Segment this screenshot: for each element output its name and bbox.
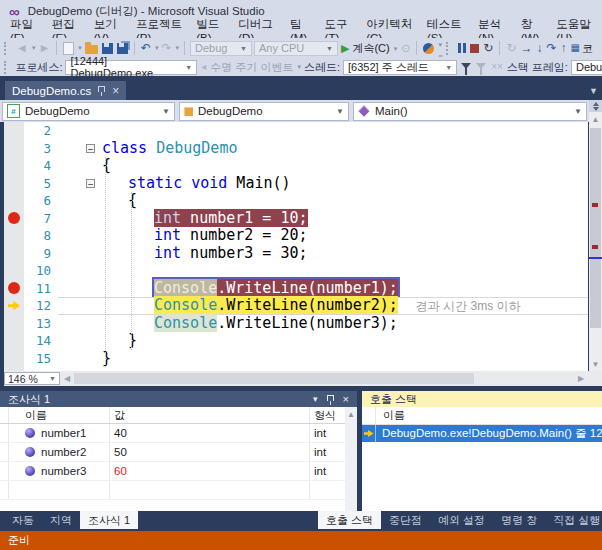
menu-item-e[interactable]: 편집(E) xyxy=(46,22,88,38)
panel-tab-명령창[interactable]: 명령 창 xyxy=(493,511,545,529)
attach-to-process-button[interactable]: ⊙ xyxy=(400,40,411,57)
menu-item-s[interactable]: 테스트(S) xyxy=(421,22,472,38)
project-dropdown[interactable]: # DebugDemo▼ xyxy=(2,102,175,121)
menu-item-w[interactable]: 창(W) xyxy=(515,22,551,38)
watch-name-cell[interactable] xyxy=(9,481,110,499)
menu-item-b[interactable]: 빌드(B) xyxy=(190,22,232,38)
watch-name-cell[interactable]: number2 xyxy=(9,443,110,461)
code-text[interactable]: Console.WriteLine(number2);경과 시간 3ms 이하 xyxy=(58,297,588,315)
toggle-flagged-button[interactable]: ×× xyxy=(490,59,504,76)
code-text[interactable]: Console.WriteLine(number3); xyxy=(58,315,588,333)
toolbar-overflow-button[interactable]: ▾‗ xyxy=(438,41,442,56)
horizontal-scrollbar-thumb[interactable] xyxy=(74,373,474,384)
stop-debugging-button[interactable] xyxy=(469,40,480,57)
watch-column-value[interactable]: 값 xyxy=(110,407,310,423)
watch-value-cell[interactable]: 60 xyxy=(110,462,310,480)
editor-zoom-combo[interactable]: 146 %▼ xyxy=(4,372,60,385)
watch-name-cell[interactable]: number3 xyxy=(9,462,110,480)
code-text[interactable]: } xyxy=(58,350,588,368)
process-combo[interactable]: [12444] DebugDemo.exe▼ xyxy=(65,60,197,75)
watch-name-cell[interactable]: number1 xyxy=(9,424,110,442)
breakpoint-margin[interactable] xyxy=(4,315,24,333)
step-over-button[interactable]: ↷ xyxy=(545,40,557,57)
restart-button[interactable]: ↻ xyxy=(482,40,494,57)
breakpoint-margin[interactable] xyxy=(4,262,24,280)
fold-collapse-icon[interactable]: − xyxy=(86,144,95,153)
scrollbar-thumb[interactable] xyxy=(590,128,601,328)
code-text[interactable]: Console.WriteLine(number1); xyxy=(58,280,588,298)
save-button[interactable] xyxy=(101,40,114,57)
step-out-button[interactable]: ↑ xyxy=(560,40,568,57)
fold-collapse-icon[interactable]: − xyxy=(86,179,95,188)
perf-tip[interactable]: 경과 시간 3ms 이하 xyxy=(416,299,521,313)
menu-item-d[interactable]: 디버그(D) xyxy=(232,22,284,38)
menu-item-p[interactable]: 프로젝트(P) xyxy=(130,22,190,38)
document-list-dropdown[interactable]: ▼ xyxy=(589,86,598,96)
close-icon[interactable]: × xyxy=(343,393,349,405)
breakpoint-margin[interactable] xyxy=(4,175,24,193)
breakpoint-margin[interactable] xyxy=(4,157,24,175)
editor-vertical-scrollbar[interactable]: ▲ ▼ xyxy=(589,112,602,371)
code-map-button[interactable]: ▦ 코 xyxy=(570,40,594,57)
breakpoint-margin[interactable] xyxy=(4,227,24,245)
scroll-down-button[interactable]: ▼ xyxy=(589,357,602,371)
code-text[interactable]: { xyxy=(58,157,588,175)
call-stack-column-name[interactable]: 이름 xyxy=(376,408,405,423)
code-text[interactable]: int number2 = 20; xyxy=(58,227,588,245)
code-text[interactable]: int number1 = 10; xyxy=(58,210,588,228)
panel-tab-중단점[interactable]: 중단점 xyxy=(381,511,430,529)
undo-button[interactable]: ↶ xyxy=(140,40,152,57)
watch-scrollbar[interactable]: ▲ xyxy=(345,407,357,511)
navigate-forward-button[interactable]: ► xyxy=(37,40,51,57)
toolbar-grip[interactable] xyxy=(4,42,11,55)
menu-item-h[interactable]: 도움말(H) xyxy=(550,22,602,38)
stack-frame-combo[interactable]: Debu xyxy=(571,60,602,75)
pin-icon[interactable] xyxy=(327,395,334,401)
call-stack-frame[interactable]: DebugDemo.exe!DebugDemo.Main() 줄 12 xyxy=(362,425,602,442)
save-all-button[interactable] xyxy=(116,40,129,57)
member-dropdown[interactable]: Main()▼ xyxy=(353,102,587,121)
code-text[interactable]: −class DebugDemo xyxy=(58,140,588,158)
toolbar-grip[interactable] xyxy=(4,61,10,74)
watch-row-number3[interactable]: number360int xyxy=(0,462,357,481)
scroll-up-button[interactable]: ▲ xyxy=(589,112,602,126)
pin-icon[interactable] xyxy=(98,86,105,92)
panel-tab-호출스택[interactable]: 호출 스택 xyxy=(318,511,381,529)
breakpoint-indicator[interactable] xyxy=(4,280,24,298)
breakpoint-margin[interactable] xyxy=(4,140,24,158)
watch-row-empty[interactable] xyxy=(0,481,357,500)
editor-splitter-button[interactable] xyxy=(589,100,602,112)
scroll-left-button[interactable]: ◀ xyxy=(60,371,74,386)
menu-item-t[interactable]: 도구(T) xyxy=(319,22,361,38)
continue-dropdown[interactable]: ▾ xyxy=(394,45,398,52)
type-dropdown[interactable]: DebugDemo▼ xyxy=(179,102,349,121)
panel-tab-지역[interactable]: 지역 xyxy=(42,511,80,529)
current-statement-indicator[interactable] xyxy=(4,297,24,315)
panel-tab-자동[interactable]: 자동 xyxy=(4,511,42,529)
flag-threads-button[interactable] xyxy=(475,59,487,76)
undo-dropdown[interactable]: ▾ xyxy=(155,44,159,52)
breakpoint-margin[interactable] xyxy=(4,245,24,263)
continue-button[interactable]: ▶ 계속(C) ▾ xyxy=(340,40,398,57)
redo-dropdown[interactable]: ▾ xyxy=(175,44,179,52)
window-position-dropdown[interactable]: ▾ xyxy=(313,394,318,404)
code-text[interactable] xyxy=(58,122,588,140)
code-text[interactable]: { xyxy=(58,192,588,210)
code-text[interactable]: int number3 = 30; xyxy=(58,245,588,263)
breakpoint-indicator[interactable] xyxy=(4,210,24,228)
menu-item-c[interactable]: 아키텍처(C) xyxy=(360,22,421,38)
watch-value-cell[interactable] xyxy=(110,481,310,499)
breakpoint-margin[interactable] xyxy=(4,350,24,368)
code-editor[interactable]: 23−class DebugDemo4{5−static void Main()… xyxy=(4,122,588,371)
panel-tab-조사식1[interactable]: 조사식 1 xyxy=(80,511,138,529)
code-text[interactable] xyxy=(58,262,588,280)
watch-row-number1[interactable]: number140int xyxy=(0,424,357,443)
step-backward-event-button[interactable]: ◂ xyxy=(200,59,207,76)
step-into-button[interactable]: ↓ xyxy=(535,40,543,57)
watch-value-cell[interactable]: 50 xyxy=(110,443,310,461)
menu-item-f[interactable]: 파일(F) xyxy=(4,22,46,38)
solution-platform-combo[interactable]: Any CPU▼ xyxy=(254,41,338,56)
code-text[interactable]: −static void Main() xyxy=(58,175,588,193)
thread-combo[interactable]: [6352] 주 스레드▼ xyxy=(343,60,457,75)
watch-row-number2[interactable]: number250int xyxy=(0,443,357,462)
